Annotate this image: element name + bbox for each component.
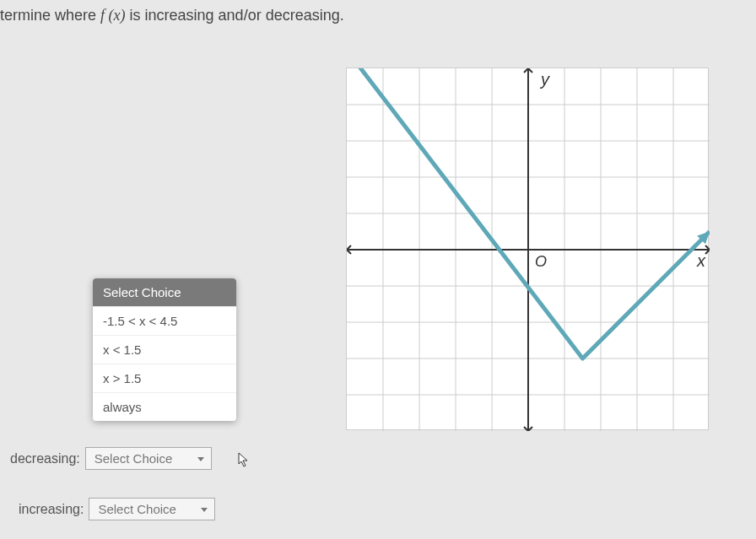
dropdown-option-3[interactable]: always [93, 392, 236, 421]
increasing-select[interactable]: Select Choice [89, 498, 215, 520]
increasing-label: increasing: [19, 502, 84, 517]
decreasing-select-text: Select Choice [94, 451, 173, 466]
dropdown-option-0[interactable]: -1.5 < x < 4.5 [93, 306, 236, 335]
x-axis-label: x [696, 251, 706, 270]
question-suffix: is increasing and/or decreasing. [126, 7, 344, 24]
decreasing-row: decreasing: Select Choice [10, 447, 212, 470]
question-fx: f (x) [100, 7, 125, 24]
increasing-row: increasing: Select Choice [19, 498, 215, 520]
dropdown-header: Select Choice [93, 278, 236, 306]
cursor-icon [238, 452, 250, 467]
y-axis-label: y [539, 70, 550, 89]
graph: y x O [346, 67, 709, 430]
dropdown-option-2[interactable]: x > 1.5 [93, 364, 236, 392]
increasing-select-text: Select Choice [98, 502, 176, 516]
question-prefix: termine where [0, 7, 100, 24]
dropdown-option-1[interactable]: x < 1.5 [93, 335, 236, 364]
decreasing-label: decreasing: [10, 451, 80, 466]
decreasing-select[interactable]: Select Choice [85, 447, 212, 470]
origin-label: O [535, 253, 547, 270]
graph-svg: y x O [347, 68, 710, 431]
dropdown-popup: Select Choice -1.5 < x < 4.5 x < 1.5 x >… [93, 278, 236, 421]
question-text: termine where f (x) is increasing and/or… [0, 7, 344, 24]
